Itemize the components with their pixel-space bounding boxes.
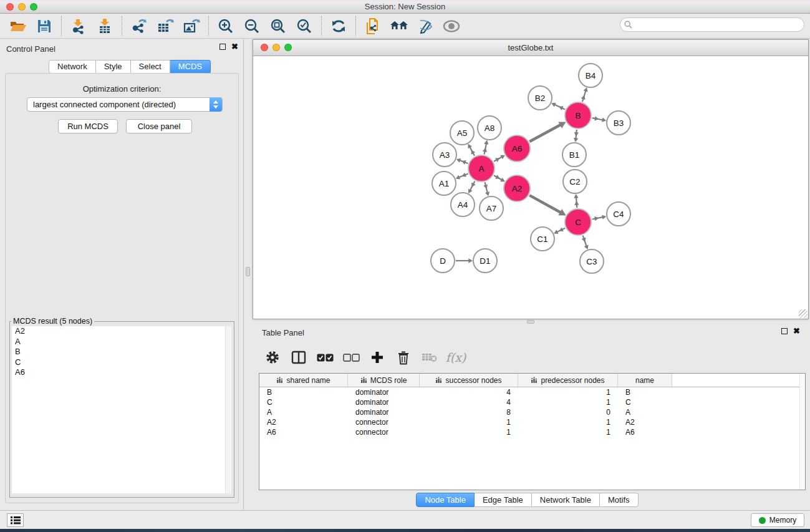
export-network-button[interactable] xyxy=(128,16,150,37)
tab-mcds[interactable]: MCDS xyxy=(170,60,211,74)
table-cell[interactable]: 8 xyxy=(420,407,518,417)
table-cell[interactable]: 4 xyxy=(420,397,518,407)
table-row[interactable]: Bdominator41B xyxy=(259,387,805,397)
table-tab-edge-table[interactable]: Edge Table xyxy=(475,493,532,507)
column-header-predecessor-nodes[interactable]: predecessor nodes xyxy=(518,374,618,387)
table-tab-network-table[interactable]: Network Table xyxy=(532,493,600,507)
result-item[interactable]: C xyxy=(12,357,231,368)
import-table-button[interactable] xyxy=(94,16,116,37)
table-cell[interactable]: B xyxy=(259,387,348,397)
table-row[interactable]: Adominator80A xyxy=(259,407,805,417)
table-row[interactable]: A2connector11A2 xyxy=(259,417,805,427)
refresh-layout-button[interactable] xyxy=(327,16,350,37)
delete-column-button[interactable] xyxy=(392,347,415,368)
table-cell[interactable]: 1 xyxy=(518,397,618,407)
tab-style[interactable]: Style xyxy=(96,60,131,74)
network-window-titlebar[interactable]: testGlobe.txt xyxy=(253,40,808,56)
table-settings-button[interactable] xyxy=(261,347,284,368)
result-item[interactable]: B xyxy=(12,347,231,357)
table-cell[interactable]: 1 xyxy=(518,427,618,437)
import-network-button[interactable] xyxy=(67,16,90,37)
table-cell[interactable]: B xyxy=(618,387,672,397)
show-hide-panels-button[interactable] xyxy=(440,16,463,37)
table-cell[interactable]: dominator xyxy=(348,397,420,407)
add-column-button[interactable] xyxy=(365,347,389,368)
zoom-fit-button[interactable] xyxy=(267,16,289,37)
horizontal-splitter-handle[interactable] xyxy=(527,320,534,324)
table-cell[interactable]: A xyxy=(259,407,348,417)
graph-node-B2[interactable]: B2 xyxy=(528,86,552,110)
close-panel-icon[interactable]: ✖ xyxy=(793,328,800,334)
graph-node-B1[interactable]: B1 xyxy=(562,143,586,167)
split-table-button[interactable] xyxy=(287,347,311,368)
zoom-out-button[interactable] xyxy=(241,16,263,37)
table-cell[interactable]: 1 xyxy=(518,417,618,427)
table-cell[interactable]: A xyxy=(618,407,672,417)
result-scrollbar[interactable] xyxy=(225,326,231,493)
table-tab-node-table[interactable]: Node Table xyxy=(416,493,475,507)
column-header-successor-nodes[interactable]: successor nodes xyxy=(420,374,518,387)
export-image-button[interactable] xyxy=(180,16,203,37)
network-canvas[interactable]: B4B2BB3A8A5A6A3B1AC2A1A2A4A7C4CC1DD1C3 xyxy=(253,56,808,319)
graph-node-A3[interactable]: A3 xyxy=(433,143,456,167)
table-cell[interactable]: 4 xyxy=(420,387,518,397)
close-panel-icon[interactable]: ✖ xyxy=(231,44,238,50)
first-neighbors-button[interactable] xyxy=(388,16,410,37)
table-cell[interactable]: C xyxy=(618,397,672,407)
tab-select[interactable]: Select xyxy=(131,60,170,74)
annotation-mode-button[interactable] xyxy=(414,16,436,37)
close-panel-button[interactable]: Close panel xyxy=(126,119,192,133)
table-tab-motifs[interactable]: Motifs xyxy=(600,493,639,507)
new-network-from-selection-button[interactable] xyxy=(362,16,384,37)
deselect-all-button[interactable] xyxy=(339,347,363,368)
open-session-button[interactable] xyxy=(7,16,29,37)
delete-table-button[interactable] xyxy=(418,347,441,368)
graph-edge[interactable] xyxy=(529,125,561,142)
function-builder-button[interactable]: f(x) xyxy=(444,347,468,368)
table-cell[interactable]: 1 xyxy=(420,427,518,437)
table-row[interactable]: Cdominator41C xyxy=(259,397,805,407)
tab-network[interactable]: Network xyxy=(49,60,96,74)
table-cell[interactable]: connector xyxy=(348,417,420,427)
column-header-shared-name[interactable]: shared name xyxy=(259,374,348,387)
result-item[interactable]: A6 xyxy=(12,367,231,378)
graph-node-C[interactable]: C xyxy=(565,209,591,235)
graph-node-A1[interactable]: A1 xyxy=(432,172,456,195)
table-cell[interactable]: C xyxy=(259,397,348,407)
graph-node-B[interactable]: B xyxy=(565,102,591,128)
column-header-MCDS-role[interactable]: MCDS role xyxy=(348,374,420,387)
zoom-in-button[interactable] xyxy=(215,16,237,37)
zoom-selected-button[interactable] xyxy=(293,16,316,37)
float-panel-icon[interactable] xyxy=(781,328,788,334)
column-header-name[interactable]: name xyxy=(618,374,672,387)
table-cell[interactable]: dominator xyxy=(348,407,420,417)
graph-node-A6[interactable]: A6 xyxy=(504,135,530,162)
graph-node-C1[interactable]: C1 xyxy=(531,227,554,251)
graph-node-D1[interactable]: D1 xyxy=(473,249,497,273)
table-cell[interactable]: 0 xyxy=(518,407,618,417)
float-panel-icon[interactable] xyxy=(219,44,226,50)
graph-node-A4[interactable]: A4 xyxy=(451,193,475,216)
task-history-button[interactable] xyxy=(7,513,24,527)
graph-node-A8[interactable]: A8 xyxy=(478,116,501,140)
window-resize-grip[interactable] xyxy=(799,309,808,318)
table-cell[interactable]: dominator xyxy=(348,387,420,397)
graph-node-A[interactable]: A xyxy=(468,155,494,181)
graph-node-C4[interactable]: C4 xyxy=(607,202,630,226)
table-row[interactable]: A6connector11A6 xyxy=(259,427,805,437)
graph-node-A2[interactable]: A2 xyxy=(504,175,530,201)
graph-edge[interactable] xyxy=(529,195,561,213)
graph-node-A5[interactable]: A5 xyxy=(450,121,474,145)
table-cell[interactable]: A6 xyxy=(259,427,348,437)
graph-node-C3[interactable]: C3 xyxy=(580,249,604,273)
memory-button[interactable]: Memory xyxy=(751,513,804,527)
table-cell[interactable]: A2 xyxy=(259,417,348,427)
mcds-result-list[interactable]: A2ABCA6 xyxy=(12,326,231,493)
result-item[interactable]: A2 xyxy=(12,326,231,337)
table-cell[interactable]: 1 xyxy=(420,417,518,427)
table-cell[interactable]: 1 xyxy=(518,387,618,397)
select-all-button[interactable] xyxy=(313,347,337,368)
table-cell[interactable]: A2 xyxy=(618,417,672,427)
table-scrollbar[interactable] xyxy=(799,374,805,490)
export-table-button[interactable] xyxy=(154,16,176,37)
